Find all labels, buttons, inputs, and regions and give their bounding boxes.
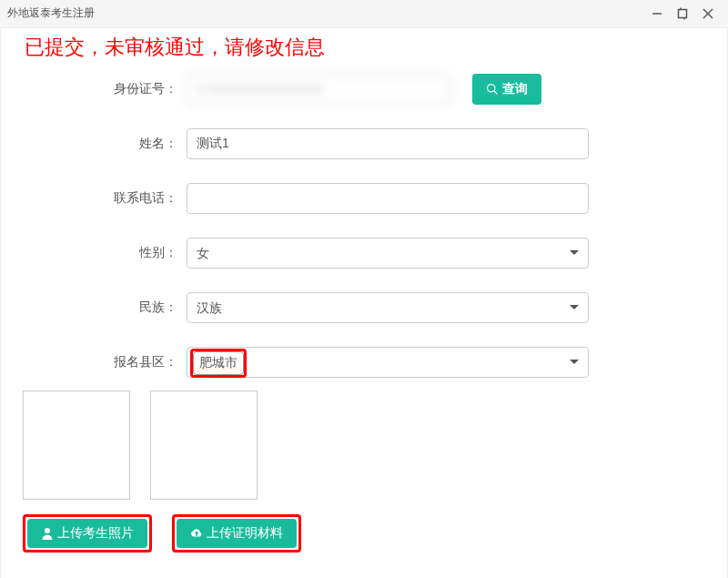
close-icon (702, 7, 714, 20)
query-button-label: 查询 (502, 81, 528, 97)
phone-input[interactable] (187, 183, 589, 214)
row-ethnic: 民族： 汉族 (8, 292, 720, 323)
id-input[interactable] (187, 74, 450, 105)
row-county: 报名县区： 肥城市 (8, 347, 720, 378)
county-value: 肥城市 (193, 351, 244, 375)
close-window-button[interactable] (695, 1, 721, 26)
label-phone: 联系电话： (8, 190, 187, 207)
titlebar: 外地返泰考生注册 (0, 0, 728, 27)
label-gender: 性别： (8, 245, 187, 261)
county-select[interactable] (187, 347, 589, 378)
upload-photo-button[interactable]: 上传考生照片 (27, 519, 147, 548)
row-name: 姓名： (8, 128, 720, 159)
photo-preview (23, 390, 130, 500)
maximize-icon (676, 7, 689, 20)
photo-row (8, 387, 720, 500)
material-preview (150, 390, 258, 500)
upload-photo-label: 上传考生照片 (57, 525, 134, 542)
cloud-upload-icon (190, 527, 203, 540)
row-gender: 性别： 女 (8, 238, 720, 269)
label-ethnic: 民族： (8, 299, 187, 316)
user-icon (41, 527, 54, 540)
minimize-button[interactable] (644, 1, 670, 26)
window-title: 外地返泰考生注册 (7, 5, 95, 21)
ethnic-select[interactable]: 汉族 (187, 292, 589, 323)
label-county: 报名县区： (8, 354, 187, 370)
county-highlight: 肥城市 (190, 349, 247, 378)
upload-row: 上传考生照片 上传证明材料 (8, 500, 720, 553)
maximize-button[interactable] (670, 1, 695, 26)
gender-select[interactable]: 女 (187, 238, 589, 269)
row-id: 身份证号： 查询 (8, 74, 720, 105)
footer: 确定 关闭 (8, 553, 720, 578)
content: 已提交，未审核通过，请修改信息 身份证号： 查询 姓名： 联系电话： 性别： 女 (0, 27, 728, 578)
upload-material-label: 上传证明材料 (207, 525, 283, 542)
row-phone: 联系电话： (8, 183, 720, 214)
svg-rect-1 (679, 9, 687, 17)
minimize-icon (651, 7, 663, 20)
upload-material-button[interactable]: 上传证明材料 (177, 519, 297, 548)
search-icon (486, 83, 499, 96)
label-name: 姓名： (8, 136, 187, 152)
status-message: 已提交，未审核通过，请修改信息 (8, 28, 720, 65)
name-input[interactable] (187, 128, 589, 159)
label-id: 身份证号： (8, 81, 187, 97)
query-button[interactable]: 查询 (472, 74, 541, 105)
